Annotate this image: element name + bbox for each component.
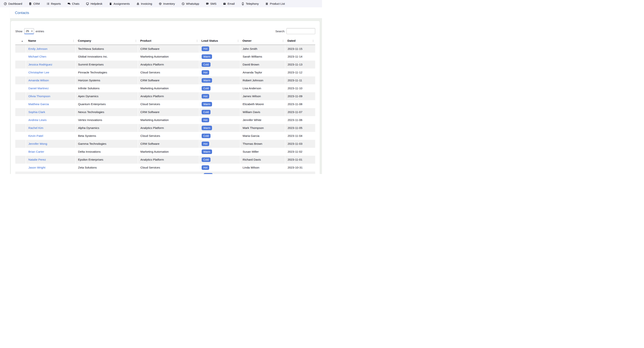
product-cell: Marketing Automation	[138, 148, 199, 156]
nav-item-label: Telephony	[246, 2, 259, 5]
nav-item-label: SMS	[210, 2, 216, 5]
contact-name-link[interactable]: Sophia Clark	[28, 110, 45, 114]
table-controls: Show 25 entries Search:	[15, 28, 315, 34]
company-cell: Gamma Technologies	[76, 140, 138, 148]
owner-cell: Thomas Brown	[240, 140, 285, 148]
lead-status-cell: Hot	[199, 140, 240, 148]
contact-name-link[interactable]: Jessica Rodriguez	[28, 63, 52, 66]
contact-name-link[interactable]: Rachel Kim	[28, 126, 43, 130]
name-cell: Jason Wright	[26, 164, 76, 172]
contact-name-link[interactable]: Jennifer Wong	[28, 142, 47, 145]
owner-cell: Susan Miller	[240, 148, 285, 156]
contact-name-link[interactable]: Jason Wright	[28, 166, 45, 169]
nav-item-inventory[interactable]: Inventory	[159, 2, 175, 5]
column-header-name[interactable]: Name▲▼	[26, 37, 76, 45]
nav-item-product-list[interactable]: Product List	[265, 2, 285, 5]
name-cell: Natalie Perez	[26, 156, 76, 164]
dated-cell: 2023-11-04	[285, 132, 315, 140]
name-cell: Jennifer Wong	[26, 140, 76, 148]
nav-item-invoicing[interactable]: Invoicing	[136, 2, 152, 5]
column-header-owner[interactable]: Owner▲▼	[240, 37, 285, 45]
contact-name-link[interactable]: Amanda Wilson	[28, 79, 49, 82]
lead-status-cell: Warm	[199, 100, 240, 108]
lead-status-badge: Warm	[202, 126, 212, 130]
column-header-company[interactable]: Company▲▼	[76, 37, 138, 45]
lead-status-badge: Warm	[202, 78, 212, 83]
sms-icon	[206, 2, 209, 5]
nav-item-reports[interactable]: Reports	[46, 2, 61, 5]
owner-cell: John Smith	[240, 45, 285, 53]
product-list-icon	[265, 2, 268, 5]
company-cell: Pinnacle Technologies	[76, 68, 138, 76]
lead-status-badge: Cold	[202, 86, 210, 91]
lead-status-badge: Cold	[202, 157, 210, 162]
column-header-dated[interactable]: Dated▲▼	[285, 37, 315, 45]
product-cell: Cloud Services	[138, 164, 199, 172]
name-cell: Olivia Thompson	[26, 92, 76, 100]
name-cell: Christopher Lee	[26, 68, 76, 76]
table-row: Brian CarterDelta InnovationsMarketing A…	[15, 148, 315, 156]
owner-cell: Richard Davis	[240, 156, 285, 164]
company-cell: Alpha Dynamics	[76, 124, 138, 132]
owner-cell: Sarah Williams	[240, 53, 285, 61]
table-row: Amanda WilsonHorizon SystemsCRM Software…	[15, 76, 315, 84]
nav-item-label: WhatsApp	[186, 2, 199, 5]
lead-status-badge: Hot	[202, 118, 209, 122]
nav-item-assignments[interactable]: Assignments	[109, 2, 130, 5]
sort-asc-icon: ▲	[21, 40, 23, 42]
nav-item-chats[interactable]: Chats	[68, 2, 79, 5]
contact-name-link[interactable]: Olivia Thompson	[28, 95, 50, 98]
contact-name-link[interactable]: Matthew Garcia	[28, 102, 49, 106]
lead-status-badge: Warm	[202, 102, 212, 106]
nav-item-sms[interactable]: SMS	[206, 2, 216, 5]
contact-name-link[interactable]: Kevin Patel	[28, 134, 43, 137]
nav-item-label: Chats	[72, 2, 79, 5]
contact-name-link[interactable]: Brian Carter	[28, 150, 44, 153]
sort-cell	[15, 108, 26, 116]
nav-item-telephony[interactable]: Telephony	[241, 2, 259, 5]
nav-item-label: CRM	[33, 2, 40, 5]
sort-cell	[15, 84, 26, 92]
search-input[interactable]	[286, 28, 315, 34]
contact-name-link[interactable]: Andrew Lewis	[28, 118, 47, 122]
column-header-lead-status[interactable]: Lead Status▲▼	[199, 37, 240, 45]
nav-item-helpdesk[interactable]: Helpdesk	[86, 2, 102, 5]
nav-item-whatsapp[interactable]: WhatsApp	[182, 2, 199, 5]
dated-cell: 2023-11-03	[285, 140, 315, 148]
page-size-select[interactable]: 25	[24, 28, 34, 34]
table-row: Daniel MartinezInfinite SolutionsMarketi…	[15, 84, 315, 92]
inventory-icon	[159, 2, 162, 5]
product-cell: Analytics Platform	[138, 92, 199, 100]
nav-item-email[interactable]: Email	[223, 2, 235, 5]
product-cell: Analytics Platform	[138, 124, 199, 132]
sort-indicator-column[interactable]: ▲	[15, 37, 26, 45]
nav-item-dashboard[interactable]: Dashboard	[4, 2, 22, 5]
dated-cell: 2023-11-14	[285, 53, 315, 61]
contacts-table: ▲Name▲▼Company▲▼Product▲▼Lead Status▲▼Ow…	[15, 37, 315, 172]
table-row: Christopher LeePinnacle TechnologiesClou…	[15, 68, 315, 76]
sort-arrows-icon: ▲▼	[135, 39, 136, 42]
contact-name-link[interactable]: Emily Johnson	[28, 47, 48, 50]
contact-name-link[interactable]: Christopher Lee	[28, 71, 49, 74]
contact-name-link[interactable]: Natalie Perez	[28, 158, 46, 161]
dated-cell: 2023-11-11	[285, 76, 315, 84]
name-cell: Michael Chen	[26, 53, 76, 61]
product-cell: Marketing Automation	[138, 116, 199, 124]
dated-cell: 2023-11-05	[285, 124, 315, 132]
contact-name-link[interactable]: Michael Chen	[28, 55, 46, 58]
contact-name-link[interactable]: Daniel Martinez	[28, 87, 49, 90]
nav-item-label: Helpdesk	[90, 2, 102, 5]
column-header-product[interactable]: Product▲▼	[138, 37, 199, 45]
sort-arrows-icon: ▲▼	[237, 39, 239, 42]
lead-status-cell: Cold	[199, 61, 240, 68]
product-cell: CRM Software	[138, 76, 199, 84]
nav-item-crm[interactable]: CRM	[29, 2, 40, 5]
sort-cell	[15, 53, 26, 61]
lead-status-cell: Cold	[199, 156, 240, 164]
lead-status-badge: Warm	[202, 54, 212, 59]
page-header: Contacts	[10, 7, 322, 18]
owner-cell: James Wilson	[240, 92, 285, 100]
table-row: Matthew GarciaQuantum EnterprisesCloud S…	[15, 100, 315, 108]
dated-cell: 2023-11-13	[285, 61, 315, 68]
sort-cell	[15, 124, 26, 132]
